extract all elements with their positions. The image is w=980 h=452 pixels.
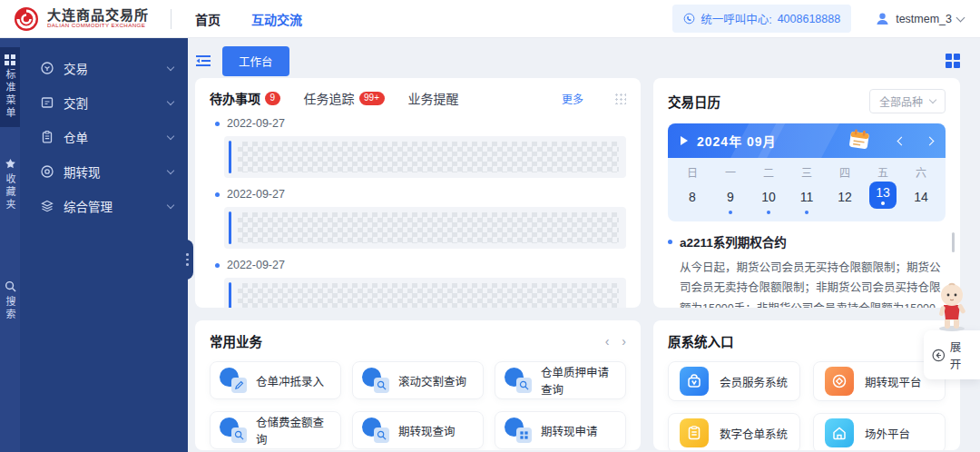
day-cell[interactable]: 8: [673, 185, 711, 214]
hotline-number: 4008618888: [778, 13, 841, 25]
chevron-down-icon: [167, 98, 174, 105]
todo-list-item[interactable]: 2022-09-27: [210, 188, 626, 249]
menu-item-efp[interactable]: 期转现: [20, 154, 188, 189]
mascot-image: [929, 281, 975, 332]
exchange-box-icon: [40, 95, 54, 110]
task-count-badge: 99+: [359, 92, 385, 105]
play-icon[interactable]: [681, 136, 688, 145]
day-cell-selected[interactable]: 13: [864, 182, 902, 214]
tab-workbench[interactable]: 工作台: [222, 46, 289, 76]
calendar-icon: [846, 125, 872, 152]
avatar-icon: [875, 11, 890, 26]
hotline-label: 统一呼叫中心:: [701, 10, 771, 27]
more-link[interactable]: 更多: [562, 91, 583, 106]
nav-home[interactable]: 首页: [195, 10, 220, 28]
chevron-down-icon: [167, 167, 174, 174]
redacted-content-placeholder: [224, 136, 626, 178]
panel-title: 常用业务: [210, 331, 605, 350]
menu-item-delivery[interactable]: 交割: [20, 85, 188, 120]
grid-icon: [5, 54, 15, 65]
logo: 大连商品交易所 DALIAN COMMODITY EXCHANGE: [13, 5, 151, 33]
member-bag-icon: [680, 367, 709, 396]
chevron-down-icon: [929, 96, 936, 103]
biz-card-efp-application[interactable]: 期转现申请: [495, 411, 626, 449]
day-cell[interactable]: 9: [711, 185, 750, 214]
tab-task-tracking[interactable]: 任务追踪 99+: [304, 89, 385, 107]
target-icon: [40, 164, 54, 179]
weekday-row: 日 一 二 三 四 五 六: [673, 164, 940, 180]
trading-calendar-panel: 交易日历 全部品种 2024年 09月: [653, 78, 960, 308]
drag-dots-icon[interactable]: [614, 93, 626, 104]
day-cell[interactable]: 12: [826, 185, 864, 214]
todo-date: 2022-09-27: [227, 117, 285, 130]
bullet-dot-icon: [215, 122, 220, 126]
rail-item-search[interactable]: 搜索: [0, 273, 20, 329]
menu-item-management[interactable]: 综合管理: [20, 189, 188, 223]
biz-card-efp-query[interactable]: 期转现查询: [352, 411, 484, 449]
coin-icon: [40, 61, 54, 75]
nav-interaction[interactable]: 互动交流: [251, 10, 302, 28]
biz-card-storage-fee-query[interactable]: 仓储费金额查询: [210, 411, 341, 449]
expand-button[interactable]: 展开: [924, 330, 980, 379]
todo-count-badge: 9: [265, 92, 280, 105]
day-cell[interactable]: 14: [902, 185, 940, 214]
tab-todo-items[interactable]: 待办事项 9: [210, 89, 280, 107]
apps-grid-icon[interactable]: [946, 54, 960, 68]
menu-item-trading[interactable]: 交易: [20, 51, 188, 85]
search-icon: [362, 368, 389, 393]
user-menu[interactable]: testmem_3: [875, 11, 964, 26]
calendar-banner: 2024年 09月: [668, 123, 946, 158]
scroll-right-icon[interactable]: ›: [622, 334, 626, 349]
legacy-systems-panel: 原系统入口 会员服务系统 期转现平台: [653, 320, 960, 450]
scroll-left-icon[interactable]: ‹: [605, 334, 610, 349]
scrollbar-thumb[interactable]: [952, 232, 955, 252]
todo-list-item[interactable]: 2022-09-27: [210, 117, 626, 178]
sidebar-collapse-handle[interactable]: [181, 240, 193, 280]
logo-subtitle: DALIAN COMMODITY EXCHANGE: [47, 23, 145, 28]
common-business-panel: 常用业务 ‹ › 仓单冲抵录入: [195, 320, 641, 450]
bullet-dot-icon: [215, 192, 220, 197]
notice-body: 从今日起，期货公司会员无买持仓限额限制；期货公司会员无卖持仓限额限制；非期货公司…: [680, 258, 946, 308]
todo-date: 2022-09-27: [227, 259, 285, 271]
legacy-card-otc-platform[interactable]: 场外平台: [813, 413, 946, 450]
float-expand-widget: 展开: [924, 281, 980, 379]
biz-card-receipt-offset-entry[interactable]: 仓单冲抵录入: [210, 361, 341, 399]
dce-logo-icon: [13, 5, 40, 33]
redacted-content-placeholder: [224, 207, 626, 249]
day-cell[interactable]: 10: [750, 185, 788, 214]
star-icon: [5, 158, 16, 170]
biz-card-pledge-application-query[interactable]: 仓单质押申请查询: [495, 361, 626, 399]
redacted-content-placeholder: [224, 278, 626, 308]
variety-select[interactable]: 全部品种: [869, 89, 946, 113]
calendar-notice[interactable]: a2211系列期权合约 从今日起，期货公司会员无买持仓限额限制；期货公司会员无卖…: [668, 232, 946, 308]
top-header: 大连商品交易所 DALIAN COMMODITY EXCHANGE 首页 互动交…: [0, 0, 980, 38]
hotline-pill[interactable]: 统一呼叫中心: 4008618888: [672, 5, 851, 33]
menu-item-warehouse-receipt[interactable]: 仓单: [20, 120, 188, 154]
next-month-icon[interactable]: [926, 136, 935, 145]
rail-label: 收藏夹: [3, 173, 17, 211]
tab-business-reminder[interactable]: 业务提醒: [408, 89, 459, 107]
biz-card-rolling-delivery-query[interactable]: 滚动交割查询: [352, 361, 484, 399]
panel-title: 交易日历: [668, 92, 869, 111]
todo-panel-tabs: 待办事项 9 任务追踪 99+ 业务提醒 更多: [210, 89, 626, 107]
legacy-card-member-service[interactable]: 会员服务系统: [668, 361, 800, 401]
rail-label: 搜索: [3, 296, 17, 321]
calendar-widget: 2024年 09月 日: [668, 123, 946, 221]
sidebar-menu: 交易 交割 仓单: [20, 38, 188, 452]
rail-item-favorites[interactable]: 收藏夹: [0, 151, 20, 219]
todo-panel: 待办事项 9 任务追踪 99+ 业务提醒 更多: [195, 78, 641, 308]
legacy-card-digital-receipt[interactable]: 数字仓单系统: [668, 413, 800, 450]
prev-month-icon[interactable]: [897, 136, 906, 145]
todo-list-item[interactable]: 2022-09-27: [210, 259, 626, 308]
day-cell[interactable]: 11: [788, 185, 826, 214]
chevron-down-icon: [956, 13, 965, 22]
logo-title: 大连商品交易所: [47, 8, 151, 23]
collapse-menu-icon[interactable]: [195, 54, 211, 68]
rail-item-standard-menu[interactable]: 标准菜单: [0, 47, 20, 127]
notice-title: a2211系列期权合约: [680, 232, 787, 251]
clipboard-icon: [40, 130, 54, 144]
panel-title: 原系统入口: [668, 331, 946, 350]
search-icon: [505, 368, 532, 393]
chevron-down-icon: [167, 133, 174, 140]
search-icon: [362, 418, 389, 443]
